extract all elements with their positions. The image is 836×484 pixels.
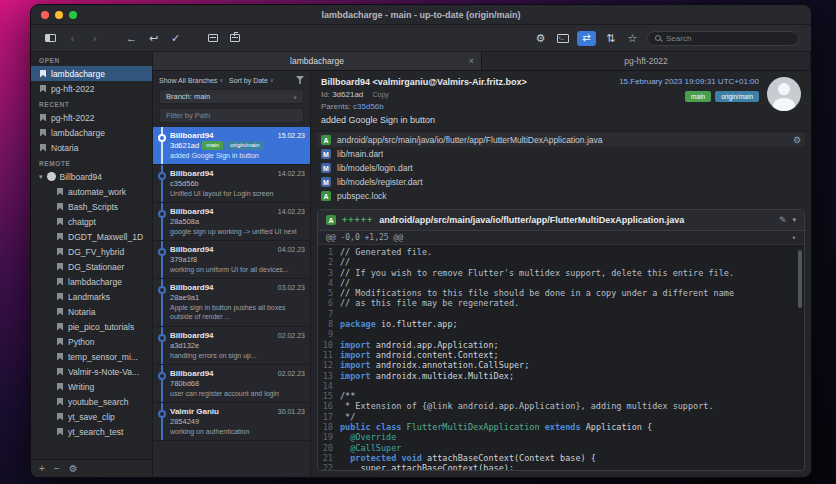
history-forward-icon[interactable]: ↩ bbox=[146, 30, 161, 46]
ref-badges: mainorigin/main bbox=[685, 91, 759, 102]
compare-view-icon[interactable]: ⇄ bbox=[577, 31, 596, 46]
hunk-header[interactable]: @@ -0,0 +1,25 @@ ▾ bbox=[318, 231, 804, 245]
sidebar-remote-account[interactable]: ▾Billboard94 bbox=[31, 169, 152, 184]
bookmark-icon bbox=[57, 323, 63, 331]
titlebar[interactable]: lambdacharge - main - up-to-date (origin… bbox=[31, 5, 811, 25]
diff-scrollbar[interactable] bbox=[798, 250, 802, 308]
commit-row-a3d132e[interactable]: Billboard9402.02.23a3d132ehandling error… bbox=[153, 327, 310, 365]
sidebar-remote-repo-dg-stationaer[interactable]: DG_Stationaer bbox=[31, 259, 152, 274]
file-status-badge: A bbox=[321, 135, 331, 145]
branches-icon[interactable]: ⇅ bbox=[603, 30, 618, 46]
sidebar-remote-repo-yt-search-test[interactable]: yt_search_test bbox=[31, 424, 152, 439]
pop-stash-icon[interactable] bbox=[227, 30, 242, 46]
code-line: 19 @Override bbox=[318, 432, 804, 442]
remove-repo-button[interactable]: − bbox=[54, 463, 60, 474]
filter-funnel-icon[interactable] bbox=[296, 76, 304, 84]
code-text: protected void attachBaseContext(Context… bbox=[340, 453, 596, 463]
commit-message-full: added Google Sign in button bbox=[311, 113, 811, 131]
file-settings-gear-icon[interactable]: ⚙ bbox=[793, 135, 801, 145]
line-number: 14 bbox=[318, 381, 340, 391]
commit-row-28ae9a1[interactable]: Billboard9403.02.2328ae9a1Apple sign in … bbox=[153, 279, 310, 326]
line-number: 20 bbox=[318, 443, 340, 453]
branch-select[interactable]: Branch: main ∨ bbox=[159, 89, 304, 104]
file-row-register-dart[interactable]: Mlib/models/register.dart bbox=[317, 175, 805, 189]
commit-author: Billboard94 bbox=[170, 207, 214, 216]
file-row-pubspec-lock[interactable]: Apubspec.lock bbox=[317, 189, 805, 203]
commit-row-379a1f8[interactable]: Billboard9404.02.23379a1f8working on uni… bbox=[153, 241, 310, 279]
tab-pg-hft-2022[interactable]: pg-hft-2022 bbox=[482, 52, 811, 70]
sidebar-remote-repo-chatgpt[interactable]: chatgpt bbox=[31, 214, 152, 229]
code-text: package io.flutter.app; bbox=[340, 319, 458, 329]
branch-visibility-dropdown[interactable]: Show All Branches ∨ bbox=[159, 77, 223, 84]
line-number: 4 bbox=[318, 278, 340, 288]
line-number: 7 bbox=[318, 309, 340, 319]
commit-row-28a508a[interactable]: Billboard9414.02.2328a508agoogle sign up… bbox=[153, 203, 310, 241]
sort-dropdown[interactable]: Sort by Date ∨ bbox=[229, 77, 274, 84]
minimize-window-button[interactable] bbox=[55, 11, 63, 19]
tab-lambdacharge[interactable]: lambdacharge × bbox=[153, 52, 482, 70]
commit-row-3d621ad[interactable]: Billboard9415.02.233d621admainorigin/mai… bbox=[153, 127, 310, 165]
code-lines: 1// Generated file.2//3// If you wish to… bbox=[318, 247, 804, 470]
content-split: Show All Branches ∨ Sort by Date ∨ Branc… bbox=[153, 71, 811, 477]
commit-sha: 28a508a bbox=[170, 217, 199, 226]
sidebar-remote-repo-dg-fv-hybrid[interactable]: DG_FV_hybrid bbox=[31, 244, 152, 259]
diff-file-header[interactable]: A +++++ android/app/src/main/java/io/flu… bbox=[318, 210, 804, 231]
code-line: 2// bbox=[318, 257, 804, 267]
sidebar-remote-repo-valmir-s-note-va[interactable]: Valmir-s-Note-Va... bbox=[31, 364, 152, 379]
history-back-icon[interactable]: ← bbox=[124, 30, 139, 46]
terminal-icon[interactable] bbox=[555, 30, 570, 46]
collapse-hunk-icon[interactable]: ▾ bbox=[792, 234, 796, 242]
close-tab-icon[interactable]: × bbox=[469, 56, 474, 66]
sidebar-remote-repo-writing[interactable]: Writing bbox=[31, 379, 152, 394]
collapse-file-icon[interactable]: ▾ bbox=[792, 216, 796, 224]
search-input[interactable] bbox=[666, 34, 791, 43]
code-text: import androidx.multidex.MultiDex; bbox=[340, 371, 514, 381]
file-row-login-dart[interactable]: Mlib/models/login.dart bbox=[317, 161, 805, 175]
copy-id-button[interactable]: Copy bbox=[373, 91, 389, 98]
commit-sha: 28ae9a1 bbox=[170, 293, 199, 302]
stash-icon[interactable] bbox=[205, 30, 220, 46]
file-row-main-dart[interactable]: Mlib/main.dart bbox=[317, 147, 805, 161]
commit-list-controls: Show All Branches ∨ Sort by Date ∨ bbox=[153, 71, 310, 89]
sidebar-remote-repo-youtube-search[interactable]: youtube_search bbox=[31, 394, 152, 409]
line-number: 1 bbox=[318, 247, 340, 257]
commit-check-icon[interactable]: ✓ bbox=[168, 30, 183, 46]
add-repo-button[interactable]: + bbox=[39, 463, 45, 474]
parent-commit-link[interactable]: c35d56b bbox=[353, 102, 384, 111]
edit-file-icon[interactable]: ✎ bbox=[779, 215, 787, 225]
file-row-fluttermultidexapplication-java[interactable]: Aandroid/app/src/main/java/io/flutter/ap… bbox=[317, 133, 805, 147]
sidebar-remote-repo-dgdt-maxwell-1d[interactable]: DGDT_Maxwell_1D bbox=[31, 229, 152, 244]
collapse-left-icon[interactable]: ‹ bbox=[65, 30, 80, 46]
search-box[interactable] bbox=[647, 31, 799, 46]
code-text: // as this file may be regenerated. bbox=[340, 298, 519, 308]
collapse-right-icon[interactable]: › bbox=[87, 30, 102, 46]
sidebar-remote-repo-yt-save-clip[interactable]: yt_save_clip bbox=[31, 409, 152, 424]
commit-sha: 3d621ad bbox=[170, 141, 199, 150]
commit-row-c35d56b[interactable]: Billboard9414.02.23c35d56bUnified UI lay… bbox=[153, 165, 310, 203]
commit-row-2854249[interactable]: Valmir Ganiu30.01.232854249working on au… bbox=[153, 403, 310, 441]
sidebar-remote-repo-bash-scripts[interactable]: Bash_Scripts bbox=[31, 199, 152, 214]
sidebar-remote-repo-notaria[interactable]: Notaria bbox=[31, 304, 152, 319]
sidebar-toggle-icon[interactable] bbox=[43, 30, 58, 46]
commit-row-780bd68[interactable]: Billboard9402.02.23780bd68user can regis… bbox=[153, 365, 310, 403]
star-icon[interactable]: ☆ bbox=[625, 30, 640, 46]
sidebar-item-lambdacharge[interactable]: lambdacharge bbox=[31, 125, 152, 140]
code-text: @CallSuper bbox=[340, 443, 401, 453]
bookmark-icon bbox=[57, 203, 63, 211]
close-window-button[interactable] bbox=[41, 11, 49, 19]
sidebar-remote-repo-lambdacharge[interactable]: lambdacharge bbox=[31, 274, 152, 289]
commit-date: 30.01.23 bbox=[278, 408, 305, 415]
sidebar-remote-repo-automate-work[interactable]: automate_work bbox=[31, 184, 152, 199]
sidebar-settings-gear-icon[interactable]: ⚙ bbox=[69, 463, 78, 474]
sidebar-remote-repo-python[interactable]: Python bbox=[31, 334, 152, 349]
sidebar-item-lambdacharge[interactable]: lambdacharge bbox=[31, 66, 152, 81]
sidebar-item-notaria[interactable]: Notaria bbox=[31, 140, 152, 155]
sidebar-remote-repo-temp-sensor-mi[interactable]: temp_sensor_mi... bbox=[31, 349, 152, 364]
settings-gear-icon[interactable]: ⚙ bbox=[533, 30, 548, 46]
sidebar-remote-repo-pie-pico-tutorials[interactable]: pie_pico_tutorials bbox=[31, 319, 152, 334]
sidebar-item-pg-hft-2022[interactable]: pg-hft-2022 bbox=[31, 110, 152, 125]
path-filter-input[interactable] bbox=[166, 111, 297, 120]
sidebar-remote-repo-landmarks[interactable]: Landmarks bbox=[31, 289, 152, 304]
sidebar-item-pg-hft-2022[interactable]: pg-hft-2022 bbox=[31, 81, 152, 96]
zoom-window-button[interactable] bbox=[69, 11, 77, 19]
